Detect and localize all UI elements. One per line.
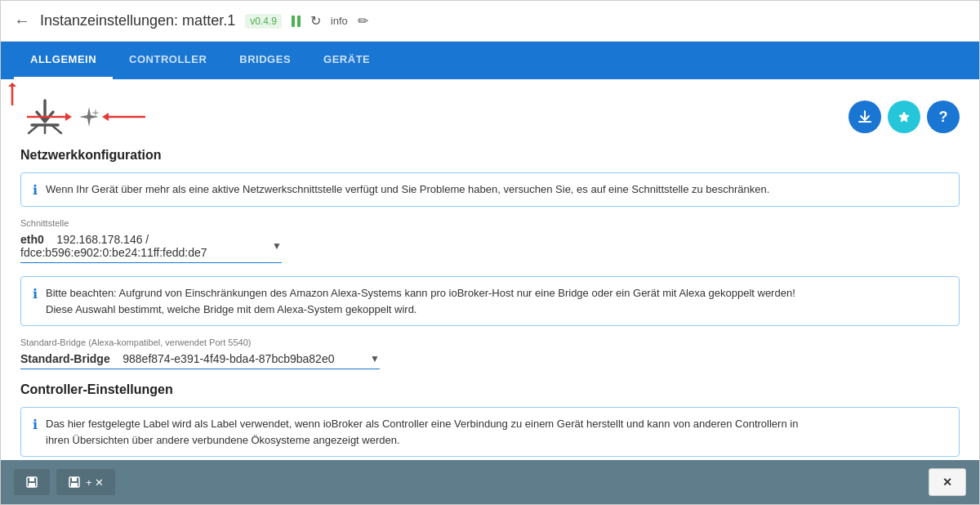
interface-name: eth0 <box>20 233 44 246</box>
info-circle-icon-3: ℹ <box>33 417 38 432</box>
svg-rect-8 <box>29 483 35 487</box>
sparkle-icon[interactable] <box>76 104 102 130</box>
controller-info-box: ℹ Das hier festgelegte Label wird als La… <box>20 407 960 457</box>
help-icon: ? <box>939 109 948 126</box>
save-close-icon <box>68 476 81 489</box>
help-button[interactable]: ? <box>927 101 960 133</box>
interface-value: eth0 192.168.178.146 / fdce:b596:e902:0:… <box>20 233 267 259</box>
alexa-info-line1: Bitte beachten: Aufgrund von Einschränku… <box>46 285 795 302</box>
sparkle-container <box>76 104 102 130</box>
right-red-arrow <box>100 105 149 129</box>
network-info-box: ℹ Wenn Ihr Gerät über mehr als eine akti… <box>20 172 960 207</box>
svg-rect-7 <box>29 477 34 481</box>
pause-indicator <box>292 16 301 27</box>
controller-section: Controller-Einstellungen ℹ Das hier fest… <box>20 382 960 460</box>
icons-right: ? <box>849 101 960 133</box>
tab-geraete[interactable]: GERÄTE <box>307 42 386 79</box>
svg-marker-5 <box>8 83 16 87</box>
controller-section-title: Controller-Einstellungen <box>20 382 960 397</box>
bridge-field-group: Standard-Bridge (Alexa-kompatibel, verwe… <box>20 337 960 369</box>
info-circle-icon-2: ℹ <box>33 286 38 302</box>
close-button[interactable]: ✕ <box>929 468 966 496</box>
network-section-title: Netzwerkkonfiguration <box>20 148 960 163</box>
save-button[interactable] <box>14 469 50 495</box>
download-button[interactable] <box>849 101 881 133</box>
controller-info-line2: ihren Übersichten über andere verbundene… <box>46 432 798 449</box>
chevron-down-icon: ▼ <box>272 240 282 252</box>
bottom-left-buttons: + ✕ <box>14 469 115 495</box>
bottom-bar: + ✕ ✕ <box>1 460 979 504</box>
alexa-info-box: ℹ Bitte beachten: Aufgrund von Einschrän… <box>20 276 960 326</box>
network-section: Netzwerkkonfiguration ℹ Wenn Ihr Gerät ü… <box>20 148 960 369</box>
tab-bridges[interactable]: BRIDGES <box>223 42 307 79</box>
left-red-arrow <box>23 105 72 129</box>
interface-field-label: Schnittstelle <box>20 218 960 228</box>
tab-allgemein[interactable]: ALLGEMEIN <box>14 42 113 79</box>
info-button[interactable]: info <box>331 15 348 27</box>
pause-bar-2 <box>297 16 301 27</box>
content-area: ? Netzwerkkonfiguration ℹ Wenn Ihr Gerät… <box>1 79 979 460</box>
pause-bar-1 <box>292 16 295 27</box>
alexa-info-line2: Diese Auswahl bestimmt, welche Bridge mi… <box>46 302 795 318</box>
save-icon <box>25 476 38 489</box>
save-close-button[interactable]: + ✕ <box>56 469 115 495</box>
bridge-name: Standard-Bridge <box>20 352 110 365</box>
edit-button[interactable]: ✏ <box>358 13 368 29</box>
back-button[interactable]: ← <box>14 11 30 30</box>
bridge-field-label: Standard-Bridge (Alexa-kompatibel, verwe… <box>20 337 960 347</box>
svg-marker-1 <box>65 113 72 121</box>
admin-button[interactable] <box>888 101 920 133</box>
admin-icon <box>896 109 912 125</box>
header: ← Instanzeinstellungen: matter.1 v0.4.9 … <box>1 1 979 42</box>
tab-controller[interactable]: CONTROLLER <box>113 42 223 79</box>
alexa-info-text: Bitte beachten: Aufgrund von Einschränku… <box>46 285 795 317</box>
save-close-label: + ✕ <box>86 476 104 489</box>
controller-info-line1: Das hier festgelegte Label wird als Labe… <box>46 416 798 432</box>
download-icon <box>857 109 873 125</box>
refresh-button[interactable]: ↻ <box>310 13 321 29</box>
sparkle-svg <box>78 105 100 128</box>
interface-field-group: Schnittstelle eth0 192.168.178.146 / fdc… <box>20 218 960 263</box>
bridge-id: 988ef874-e391-4f49-bda4-87bcb9ba82e0 <box>122 352 334 365</box>
app-window: ← Instanzeinstellungen: matter.1 v0.4.9 … <box>0 0 980 505</box>
controller-info-text: Das hier festgelegte Label wird als Labe… <box>46 416 798 448</box>
svg-rect-10 <box>72 477 77 481</box>
version-badge: v0.4.9 <box>245 14 282 29</box>
interface-select[interactable]: eth0 192.168.178.146 / fdce:b596:e902:0:… <box>20 230 282 263</box>
icons-row: ? <box>20 92 960 141</box>
svg-rect-11 <box>71 483 78 487</box>
interface-ip: 192.168.178.146 / fdce:b596:e902:0:be24:… <box>20 233 207 259</box>
info-circle-icon: ℹ <box>33 182 38 198</box>
close-icon: ✕ <box>942 476 952 489</box>
chevron-down-icon-2: ▼ <box>370 353 380 364</box>
bridge-select[interactable]: Standard-Bridge 988ef874-e391-4f49-bda4-… <box>20 349 380 369</box>
tab-red-arrow <box>4 83 45 107</box>
tab-bar: ALLGEMEIN CONTROLLER BRIDGES GERÄTE <box>1 42 979 79</box>
network-info-text: Wenn Ihr Gerät über mehr als eine aktive… <box>46 181 769 198</box>
svg-marker-3 <box>102 113 109 121</box>
page-title: Instanzeinstellungen: matter.1 <box>40 12 235 29</box>
bridge-value: Standard-Bridge 988ef874-e391-4f49-bda4-… <box>20 352 365 365</box>
